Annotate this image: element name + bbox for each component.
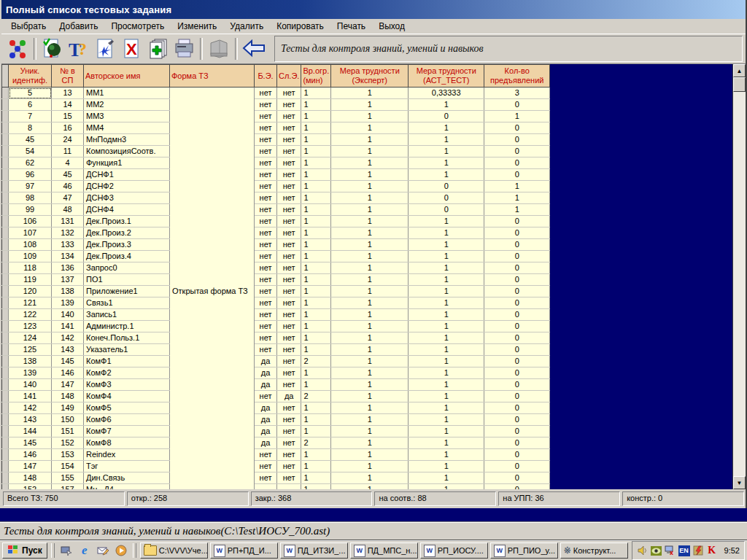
vertical-scrollbar[interactable]: ▲ ▼ — [732, 64, 746, 489]
cell-id[interactable]: 118 — [9, 262, 52, 274]
cell-num[interactable]: 147 — [52, 379, 84, 391]
cell-be[interactable]: нет — [255, 391, 277, 402]
cell-be[interactable]: нет — [255, 204, 277, 216]
table-row[interactable]: 5411КомпозицияСоотв.нетнет1110 — [2, 146, 550, 158]
cell-id[interactable]: 6 — [9, 99, 52, 111]
cell-name[interactable]: Администр.1 — [84, 321, 170, 332]
cell-sle[interactable]: нет — [277, 461, 301, 472]
table-row[interactable]: 139146КомФ2данет1110 — [2, 368, 550, 379]
cell-be[interactable]: нет — [255, 309, 277, 321]
cell-num[interactable]: 146 — [52, 368, 84, 379]
cell-ast[interactable]: 1 — [409, 332, 484, 344]
cell-sle[interactable]: нет — [277, 356, 301, 368]
media-player-icon[interactable] — [113, 542, 129, 559]
cell-name[interactable]: ММ3 — [84, 111, 170, 122]
cell-num[interactable]: 48 — [52, 204, 84, 216]
row-indicator[interactable] — [2, 344, 9, 356]
cell-be[interactable]: да — [255, 438, 277, 449]
cell-num[interactable]: 145 — [52, 356, 84, 368]
table-row[interactable]: 513ММ1Открытая форма ТЗнетнет110,333333 — [2, 88, 550, 99]
table-row[interactable]: 138145КомФ1данет2110 — [2, 356, 550, 368]
table-row[interactable]: 106131Дек.Произ.1нетнет1110 — [2, 216, 550, 228]
cell-name[interactable]: ММ2 — [84, 99, 170, 111]
cell-name[interactable]: Дек.Произ.3 — [84, 239, 170, 251]
column-header-kolvo[interactable]: Кол-во предъявлений — [484, 65, 550, 88]
cell-name[interactable]: КомФ2 — [84, 368, 170, 379]
preview-document-icon[interactable] — [39, 36, 66, 61]
cell-kolvo[interactable]: 0 — [484, 321, 550, 332]
cell-ast[interactable]: 0 — [409, 181, 484, 192]
cell-name[interactable]: ММ4 — [84, 122, 170, 134]
table-row[interactable]: 147154Тэгнетнет1110 — [2, 461, 550, 472]
cell-sle[interactable]: нет — [277, 414, 301, 426]
cell-num[interactable]: 136 — [52, 262, 84, 274]
cell-be[interactable]: нет — [255, 192, 277, 204]
table-row[interactable]: 152157Мн...Д41110 — [2, 484, 550, 490]
cell-id[interactable]: 8 — [9, 122, 52, 134]
cell-be[interactable]: нет — [255, 122, 277, 134]
row-indicator[interactable] — [2, 216, 9, 228]
cell-vr[interactable]: 1 — [301, 472, 331, 484]
cell-name[interactable]: Запись1 — [84, 309, 170, 321]
cell-ast[interactable]: 1 — [409, 262, 484, 274]
cell-sle[interactable]: нет — [277, 286, 301, 298]
cell-expert[interactable]: 1 — [331, 426, 409, 438]
cell-id[interactable]: 142 — [9, 402, 52, 414]
column-header-sle[interactable]: Сл.Э. — [277, 65, 301, 88]
cell-be[interactable]: да — [255, 402, 277, 414]
cell-vr[interactable]: 1 — [301, 274, 331, 286]
cell-sle[interactable]: нет — [277, 239, 301, 251]
row-indicator[interactable] — [2, 286, 9, 298]
row-indicator[interactable] — [2, 88, 9, 99]
taskbar-grip[interactable] — [51, 543, 55, 558]
cell-sle[interactable]: нет — [277, 321, 301, 332]
cell-vr[interactable]: 1 — [301, 88, 331, 99]
cell-num[interactable]: 132 — [52, 228, 84, 239]
cell-kolvo[interactable]: 1 — [484, 111, 550, 122]
cell-id[interactable]: 120 — [9, 286, 52, 298]
row-indicator[interactable] — [2, 146, 9, 158]
show-desktop-icon[interactable] — [58, 542, 74, 559]
cell-name[interactable]: Мн...Д4 — [84, 484, 170, 490]
cell-ast[interactable]: 1 — [409, 286, 484, 298]
cell-vr[interactable]: 2 — [301, 391, 331, 402]
column-header-vr[interactable]: Вр.огр. (мин) — [301, 65, 331, 88]
nview-eye-icon[interactable] — [651, 545, 662, 556]
cell-expert[interactable]: 1 — [331, 391, 409, 402]
cell-kolvo[interactable]: 0 — [484, 368, 550, 379]
table-row[interactable]: 816ММ4нетнет1110 — [2, 122, 550, 134]
cell-sle[interactable]: нет — [277, 262, 301, 274]
cell-sle[interactable]: нет — [277, 216, 301, 228]
taskbar-grip[interactable] — [133, 543, 136, 558]
row-indicator[interactable] — [2, 461, 9, 472]
table-row[interactable]: 4524МнПодмн3нетнет1110 — [2, 134, 550, 146]
cell-id[interactable]: 54 — [9, 146, 52, 158]
cell-kolvo[interactable]: 0 — [484, 484, 550, 490]
table-row[interactable]: 122140Запись1нетнет1110 — [2, 309, 550, 321]
cell-id[interactable]: 107 — [9, 228, 52, 239]
cell-sle[interactable]: нет — [277, 344, 301, 356]
menu-item-7[interactable]: Печать — [330, 20, 372, 32]
cell-kolvo[interactable]: 0 — [484, 169, 550, 181]
cell-vr[interactable]: 1 — [301, 368, 331, 379]
cell-num[interactable]: 143 — [52, 344, 84, 356]
power-icon[interactable] — [692, 545, 704, 556]
table-row[interactable]: 121139Связь1нетнет1110 — [2, 298, 550, 309]
delete-document-icon[interactable]: X — [118, 36, 144, 61]
cell-sle[interactable]: нет — [277, 402, 301, 414]
cell-num[interactable]: 47 — [52, 192, 84, 204]
cell-ast[interactable]: 1 — [409, 298, 484, 309]
cell-name[interactable]: КомФ7 — [84, 426, 170, 438]
cell-ast[interactable]: 1 — [409, 169, 484, 181]
task-button-6[interactable]: WРП_ПИО_у... — [490, 542, 558, 559]
cell-kolvo[interactable]: 0 — [484, 274, 550, 286]
cell-be[interactable]: нет — [255, 239, 277, 251]
cell-id[interactable]: 148 — [9, 472, 52, 484]
row-indicator[interactable] — [2, 298, 9, 309]
cell-expert[interactable]: 1 — [331, 309, 409, 321]
scroll-thumb[interactable] — [733, 77, 746, 92]
cell-kolvo[interactable]: 0 — [484, 438, 550, 449]
column-header-name[interactable]: Авторское имя — [84, 65, 170, 88]
cell-ast[interactable]: 1 — [409, 251, 484, 262]
table-row[interactable]: 9645ДСНФ1нетнет1110 — [2, 169, 550, 181]
